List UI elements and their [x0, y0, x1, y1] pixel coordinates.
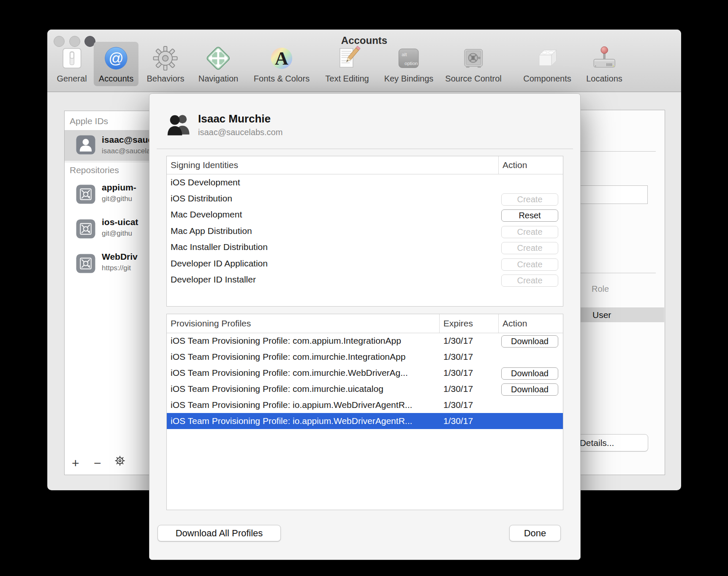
general-icon [58, 43, 85, 73]
repo-safe-icon [76, 253, 96, 274]
role-value: User [592, 307, 611, 322]
tab-navigation[interactable]: Navigation [193, 42, 244, 86]
provisioning-profiles-column-header: Provisioning Profiles [171, 314, 251, 333]
repo-title: appium- [102, 182, 136, 193]
tab-key-bindings[interactable]: alt option Key Bindings [379, 42, 439, 86]
tab-locations[interactable]: Locations [581, 42, 627, 86]
tab-label: Behaviors [147, 74, 185, 84]
account-sheet: Isaac Murchie isaac@saucelabs.com Signin… [149, 93, 581, 560]
tab-label: Key Bindings [384, 74, 434, 84]
svg-text:alt: alt [402, 52, 407, 57]
tab-label: Fonts & Colors [254, 74, 310, 84]
repo-title: WebDriv [102, 252, 138, 262]
repo-title: ios-uicat [102, 217, 138, 227]
repo-safe-icon [76, 184, 96, 204]
account-actions-gear-button[interactable] [114, 455, 125, 468]
tab-general[interactable]: General [52, 42, 92, 86]
tab-fonts-colors[interactable]: A Fonts & Colors [249, 42, 315, 86]
column-divider [498, 314, 499, 333]
tab-source-control[interactable]: Source Control [440, 42, 506, 86]
action-column-header: Action [503, 156, 527, 174]
tab-label: Locations [586, 74, 622, 84]
navigation-icon [205, 43, 232, 73]
account-name: Isaac Murchie [198, 112, 271, 125]
role-header: Role [592, 284, 609, 294]
fonts-colors-icon: A [268, 43, 295, 73]
table-row-selected[interactable]: iOS Team Provisioning Profile: io.appium… [167, 413, 563, 429]
done-button[interactable]: Done [509, 525, 561, 541]
create-button: Create [501, 193, 558, 206]
text-editing-icon [334, 43, 361, 73]
download-button[interactable]: Download [501, 367, 558, 380]
safe-icon [460, 43, 487, 73]
repositories-header: Repositories [70, 165, 119, 175]
repo-subtitle: git@githu [102, 229, 132, 238]
apple-ids-header: Apple IDs [70, 116, 108, 126]
create-button: Create [501, 258, 558, 271]
table-row[interactable]: iOS Team Provisioning Profile: io.appium… [167, 397, 563, 413]
team-avatar-icon [166, 112, 192, 137]
tab-label: Navigation [198, 74, 239, 84]
tab-components[interactable]: Components [518, 42, 576, 86]
create-button: Create [501, 242, 558, 254]
download-button[interactable]: Download [501, 383, 558, 396]
gear-icon [114, 455, 125, 466]
titlebar: Accounts General @ Accounts [47, 30, 681, 92]
table-row[interactable]: iOS Team Provisioning Profile: com.imurc… [167, 349, 563, 365]
repo-subtitle: git@githu [102, 195, 132, 203]
tab-text-editing[interactable]: Text Editing [320, 42, 374, 86]
svg-text:option: option [405, 60, 418, 66]
column-divider [439, 314, 440, 333]
brick-icon [534, 43, 561, 73]
table-header: Provisioning Profiles Expires Action [167, 314, 563, 333]
tab-label: Components [523, 74, 571, 84]
sheet-divider [157, 149, 573, 149]
repo-safe-icon [76, 219, 96, 239]
account-email: isaac@saucelabs.com [198, 128, 283, 137]
person-icon [76, 135, 96, 155]
reset-button[interactable]: Reset [501, 209, 558, 222]
signing-identities-table: Signing Identities Action iOS Developmen… [166, 156, 563, 307]
tab-accounts[interactable]: @ Accounts [94, 42, 139, 86]
svg-text:A: A [275, 48, 288, 69]
svg-text:@: @ [109, 50, 123, 66]
tab-label: Accounts [99, 74, 133, 84]
create-button: Create [501, 274, 558, 287]
download-all-profiles-button[interactable]: Download All Profiles [158, 525, 281, 541]
repo-subtitle: https://git [102, 264, 131, 272]
tab-label: Text Editing [325, 74, 369, 84]
column-divider [498, 156, 499, 174]
accounts-icon: @ [103, 43, 130, 73]
signing-identities-column-header: Signing Identities [171, 156, 238, 174]
provisioning-profiles-table: Provisioning Profiles Expires Action iOS… [166, 314, 563, 510]
tab-label: Source Control [445, 74, 501, 84]
gear-icon [152, 43, 179, 73]
remove-account-button[interactable]: − [94, 457, 101, 470]
option-key-icon: alt option [395, 43, 422, 73]
disk-joystick-icon [591, 43, 618, 73]
table-row[interactable]: iOS Development [167, 174, 563, 190]
tab-behaviors[interactable]: Behaviors [142, 42, 190, 86]
create-button: Create [501, 226, 558, 238]
table-header: Signing Identities Action [167, 156, 563, 174]
tab-label: General [57, 74, 87, 84]
action-column-header: Action [503, 314, 527, 333]
add-account-button[interactable]: + [72, 457, 79, 470]
expires-column-header: Expires [443, 314, 473, 333]
download-button[interactable]: Download [501, 335, 558, 348]
